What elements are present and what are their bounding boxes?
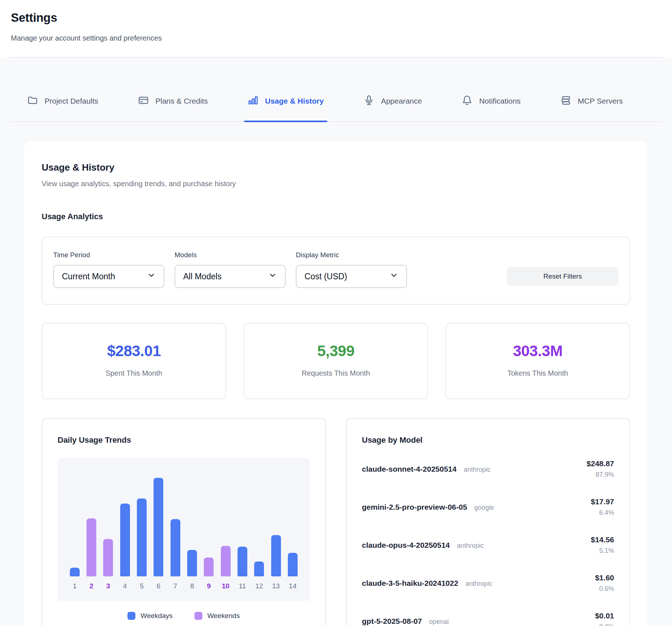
x-tick-label: 12 — [255, 582, 263, 590]
microphone-icon — [364, 95, 374, 108]
page-subtitle: Manage your account settings and prefere… — [11, 34, 660, 42]
model-name: claude-3-5-haiku-20241022 — [362, 579, 458, 588]
model-cost-block: $17.976.4% — [591, 497, 614, 517]
model-row: claude-3-5-haiku-20241022anthropic$1.600… — [362, 564, 614, 602]
display-metric-select[interactable]: Cost (USD) — [296, 265, 407, 288]
weekend-usage-bar — [221, 546, 231, 576]
bar-column: 6 — [150, 478, 167, 590]
x-tick-label: 9 — [207, 582, 211, 590]
reset-filters-button[interactable]: Reset Filters — [507, 267, 618, 286]
x-tick-label: 5 — [140, 582, 144, 590]
settings-tab-bar: Project Defaults Plans & Credits Usage &… — [10, 58, 662, 122]
tokens-label: Tokens This Month — [453, 369, 622, 377]
bar-column: 8 — [184, 550, 200, 590]
tab-label: Notifications — [479, 97, 520, 105]
bell-icon — [462, 95, 472, 108]
tab-project-defaults[interactable]: Project Defaults — [27, 58, 98, 121]
time-period-filter: Time Period Current Month — [53, 251, 164, 288]
weekday-usage-bar — [187, 550, 197, 576]
weekend-usage-bar — [204, 558, 214, 576]
bar-column: 5 — [133, 498, 150, 590]
model-provider: anthropic — [466, 580, 492, 588]
tokens-value: 303.3M — [453, 342, 622, 360]
bar-column: 11 — [234, 547, 251, 590]
weekday-usage-bar — [238, 547, 247, 576]
model-cost: $1.60 — [595, 573, 614, 582]
weekday-usage-bar — [154, 478, 163, 576]
legend-label-weekdays: Weekdays — [140, 612, 172, 620]
chevron-down-icon — [147, 271, 156, 282]
tab-plans-credits[interactable]: Plans & Credits — [138, 58, 208, 121]
display-metric-filter: Display Metric Cost (USD) — [296, 251, 407, 288]
server-stack-icon — [560, 95, 571, 108]
model-row: gpt-5-2025-08-07openai$0.010.0% — [362, 602, 614, 626]
display-metric-value: Cost (USD) — [304, 272, 347, 281]
model-name: claude-sonnet-4-20250514 — [362, 465, 457, 473]
usage-by-model-title: Usage by Model — [362, 435, 614, 445]
spent-label: Spent This Month — [50, 369, 218, 377]
legend-swatch-weekdays — [127, 612, 135, 620]
model-cost: $14.56 — [591, 535, 614, 544]
bar-column: 9 — [201, 558, 217, 590]
x-tick-label: 11 — [239, 582, 246, 590]
bar-column: 7 — [167, 519, 184, 590]
legend-swatch-weekends — [194, 612, 202, 620]
model-provider: anthropic — [457, 542, 484, 550]
bar-column: 1 — [66, 568, 83, 590]
weekday-usage-bar — [288, 553, 298, 576]
model-name: claude-opus-4-20250514 — [362, 541, 450, 550]
weekday-usage-bar — [271, 535, 281, 576]
model-rows: claude-sonnet-4-20250514anthropic$248.87… — [362, 450, 614, 626]
weekday-usage-bar — [171, 519, 180, 576]
x-tick-label: 10 — [222, 582, 230, 590]
daily-usage-trends-title: Daily Usage Trends — [58, 435, 310, 445]
time-period-select[interactable]: Current Month — [53, 265, 164, 288]
requests-value: 5,399 — [252, 342, 420, 360]
model-provider: google — [474, 504, 494, 512]
bar-column: 12 — [251, 562, 268, 590]
model-info: claude-opus-4-20250514anthropic — [362, 541, 484, 550]
chevron-down-icon — [268, 271, 277, 282]
models-filter: Models All Models — [175, 251, 286, 288]
section-title: Usage & History — [42, 162, 630, 173]
models-label: Models — [175, 251, 286, 259]
models-select[interactable]: All Models — [175, 265, 286, 288]
time-period-label: Time Period — [53, 251, 164, 259]
model-row: claude-sonnet-4-20250514anthropic$248.87… — [362, 450, 614, 488]
filters-card: Time Period Current Month Models All Mod… — [42, 237, 630, 305]
model-cost: $0.01 — [595, 612, 614, 620]
weekday-usage-bar — [120, 504, 130, 576]
bar-column: 14 — [284, 553, 301, 590]
x-tick-label: 8 — [190, 582, 194, 590]
x-tick-label: 13 — [272, 582, 280, 590]
model-info: claude-3-5-haiku-20241022anthropic — [362, 579, 492, 588]
daily-usage-trends-card: Daily Usage Trends 1234567891011121314 W… — [42, 418, 326, 626]
x-tick-label: 6 — [157, 582, 161, 590]
daily-usage-bar-chart: 1234567891011121314 — [58, 458, 310, 601]
tab-label: MCP Servers — [578, 97, 623, 105]
model-provider: openai — [429, 618, 449, 626]
bar-column: 10 — [217, 546, 234, 590]
weekday-usage-bar — [137, 498, 147, 576]
x-tick-label: 3 — [106, 582, 110, 590]
model-cost-block: $14.565.1% — [591, 535, 614, 555]
charts-row: Daily Usage Trends 1234567891011121314 W… — [42, 418, 630, 626]
bar-column: 4 — [117, 504, 133, 590]
weekend-usage-bar — [87, 518, 96, 576]
model-cost-block: $248.8787.9% — [587, 459, 614, 479]
model-cost: $17.97 — [591, 497, 614, 506]
x-tick-label: 2 — [89, 582, 93, 590]
legend-label-weekends: Weekends — [207, 612, 240, 620]
tab-label: Appearance — [381, 97, 422, 105]
tab-appearance[interactable]: Appearance — [364, 58, 422, 121]
model-share-percent: 0.6% — [595, 585, 614, 593]
x-tick-label: 7 — [173, 582, 177, 590]
model-share-percent: 87.9% — [587, 471, 614, 479]
requests-label: Requests This Month — [252, 369, 420, 377]
chart-legend: Weekdays Weekends — [58, 612, 310, 620]
tab-usage-history[interactable]: Usage & History — [248, 58, 324, 121]
usage-by-model-card: Usage by Model claude-sonnet-4-20250514a… — [346, 418, 630, 626]
tab-notifications[interactable]: Notifications — [462, 58, 520, 121]
tab-mcp-servers[interactable]: MCP Servers — [560, 58, 623, 121]
page-title: Settings — [11, 11, 660, 25]
